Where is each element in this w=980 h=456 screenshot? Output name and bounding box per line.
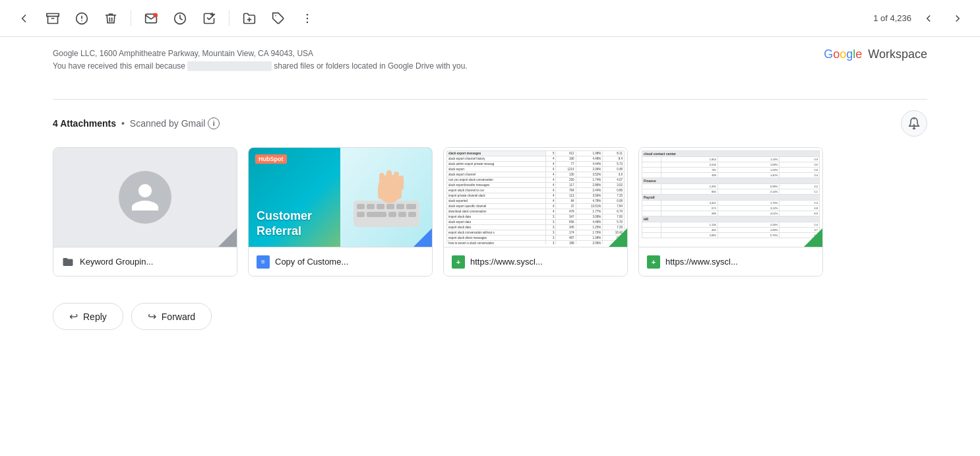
email-body: Google LLC, 1600 Amphitheatre Parkway, M…: [0, 48, 980, 351]
attachment-name-2: Copy of Custome...: [275, 257, 424, 267]
archive-button[interactable]: [40, 5, 66, 32]
scanned-badge: Scanned by Gmail i: [130, 117, 220, 129]
attachment-card-4[interactable]: cloud contact center 1,8541.14%0.9 2,534…: [638, 147, 823, 277]
svg-point-12: [307, 13, 309, 15]
info-icon[interactable]: i: [208, 117, 220, 129]
toolbar-divider-2: [229, 11, 230, 26]
svg-rect-20: [367, 204, 375, 209]
svg-rect-28: [398, 212, 406, 217]
svg-rect-0: [47, 13, 59, 16]
attachment-card-2[interactable]: HubSpot Customer Referral ≡ Copy of Cust…: [248, 147, 433, 277]
attachment-card-1[interactable]: Keyword Groupin...: [53, 147, 237, 277]
docs-icon: ≡: [257, 255, 270, 269]
footer-line1: Google LLC, 1600 Amphitheatre Parkway, M…: [53, 48, 468, 60]
corner-fold-3: [609, 228, 627, 247]
attachments-separator: •: [121, 118, 125, 129]
more-options-button[interactable]: [294, 5, 321, 32]
email-footer-row: Google LLC, 1600 Amphitheatre Parkway, M…: [53, 48, 927, 73]
save-to-drive-button[interactable]: [901, 110, 927, 137]
attachment-footer-3: + https://www.syscl...: [444, 247, 627, 276]
google-workspace-logo: Google Workspace: [824, 48, 927, 61]
reply-icon: ↩: [69, 310, 78, 323]
spreadsheet-preview-3: slack export messages54121.08%8.11 slack…: [446, 150, 625, 244]
attachment-preview-3: slack export messages54121.08%8.11 slack…: [444, 148, 627, 247]
scanned-text: Scanned by Gmail: [130, 118, 205, 129]
hubspot-preview: HubSpot Customer Referral: [249, 148, 432, 247]
svg-point-13: [307, 17, 309, 19]
reply-button[interactable]: ↩ Reply: [53, 303, 123, 330]
snooze-button[interactable]: [167, 5, 193, 32]
hubspot-title: Customer Referral: [257, 209, 339, 240]
attachments-count: 4 Attachments: [53, 118, 116, 129]
report-spam-button[interactable]: [69, 5, 95, 32]
mark-unread-button[interactable]: [138, 5, 164, 32]
svg-point-5: [153, 13, 158, 17]
attachment-footer-4: + https://www.syscl...: [639, 247, 822, 276]
svg-rect-21: [377, 204, 384, 209]
add-task-button[interactable]: [196, 5, 222, 32]
corner-fold-1: [218, 228, 237, 247]
attachment-name-4: https://www.syscl...: [665, 257, 814, 267]
toolbar-divider-1: [131, 11, 131, 26]
delete-button[interactable]: [98, 5, 124, 32]
sheets-icon-3: +: [452, 255, 465, 269]
attachment-preview-4: cloud contact center 1,8541.14%0.9 2,534…: [639, 148, 822, 247]
reply-label: Reply: [83, 311, 107, 322]
forward-label: Forward: [162, 311, 195, 322]
corner-fold-4: [804, 228, 822, 247]
corner-fold-2: [413, 228, 432, 247]
forward-button[interactable]: ↪ Forward: [131, 303, 212, 330]
back-button[interactable]: [11, 5, 37, 32]
toolbar-right: 1 of 4,236: [873, 7, 969, 30]
attachments-header: 4 Attachments • Scanned by Gmail i: [53, 110, 927, 137]
toolbar-left: [11, 5, 871, 32]
attachments-grid: Keyword Groupin...: [53, 147, 927, 277]
svg-rect-26: [367, 212, 386, 217]
label-button[interactable]: [265, 5, 291, 32]
google-text: Google: [824, 48, 865, 61]
svg-rect-34: [394, 172, 399, 189]
attachment-name-1: Keyword Groupin...: [80, 257, 229, 267]
svg-rect-25: [357, 212, 365, 217]
attachment-footer-2: ≡ Copy of Custome...: [249, 247, 432, 276]
move-to-button[interactable]: [236, 5, 262, 32]
attachments-title: 4 Attachments • Scanned by Gmail i: [53, 117, 220, 129]
forward-icon: ↪: [148, 310, 156, 323]
svg-rect-33: [386, 170, 392, 189]
svg-rect-32: [379, 173, 384, 189]
spreadsheet-preview-4: cloud contact center 1,8541.14%0.9 2,534…: [642, 150, 820, 244]
svg-point-14: [307, 21, 309, 23]
svg-rect-35: [399, 176, 404, 190]
toolbar: 1 of 4,236: [0, 0, 980, 37]
svg-rect-19: [357, 204, 365, 209]
svg-rect-27: [388, 212, 396, 217]
folder-icon: [61, 255, 75, 269]
pagination-text: 1 of 4,236: [873, 13, 911, 23]
footer-line2: You have received this email because ███…: [53, 60, 468, 73]
svg-rect-29: [408, 212, 416, 217]
action-buttons: ↩ Reply ↪ Forward: [53, 303, 927, 351]
email-footer-text: Google LLC, 1600 Amphitheatre Parkway, M…: [53, 48, 468, 73]
attachment-footer-1: Keyword Groupin...: [53, 247, 237, 276]
svg-rect-22: [386, 204, 394, 209]
attachments-section: 4 Attachments • Scanned by Gmail i: [53, 99, 927, 277]
svg-rect-23: [396, 204, 404, 209]
prev-email-button[interactable]: [917, 7, 940, 30]
sheets-icon-4: +: [647, 255, 660, 269]
hubspot-brand: HubSpot: [255, 154, 287, 164]
attachment-card-3[interactable]: slack export messages54121.08%8.11 slack…: [443, 147, 628, 277]
workspace-text: Workspace: [868, 48, 927, 61]
attachment-name-3: https://www.syscl...: [470, 257, 619, 267]
svg-rect-24: [406, 204, 416, 209]
attachment-preview-1: [53, 148, 237, 247]
next-email-button[interactable]: [946, 7, 969, 30]
person-placeholder-icon: [119, 171, 171, 224]
attachment-preview-2: HubSpot Customer Referral: [249, 148, 432, 247]
